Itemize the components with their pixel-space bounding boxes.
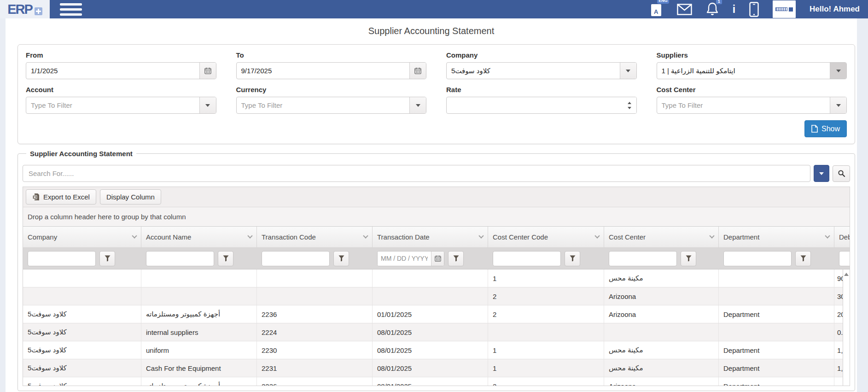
company-select-input[interactable] [447, 63, 620, 79]
chevron-down-icon[interactable] [709, 233, 714, 238]
export-to-excel-button[interactable]: Export to Excel [26, 189, 96, 205]
field-cost-center: Cost Center [657, 79, 847, 114]
table-row[interactable]: كلاود سوفت5internal suppliers222408/01/2… [23, 323, 850, 341]
cell-cost-center: مكينة محس [604, 341, 719, 359]
chip-logo-mark [775, 7, 787, 11]
menu-icon[interactable] [60, 3, 82, 16]
bell-icon [706, 2, 719, 17]
column-filter-button[interactable] [99, 251, 115, 266]
notifications-button[interactable]: 1 [706, 2, 719, 17]
company-dropdown-button[interactable] [620, 63, 636, 79]
from-calendar-button[interactable] [199, 63, 216, 79]
column-filter-button[interactable] [795, 251, 811, 266]
cell-company: كلاود سوفت5 [23, 377, 141, 386]
chevron-down-icon[interactable] [363, 233, 368, 238]
chevron-down-icon [819, 172, 824, 175]
language-icon: A [651, 4, 661, 16]
cell-account-name [141, 287, 257, 305]
filter-funnel-icon [570, 255, 576, 262]
cell-department: Department [719, 377, 834, 386]
filter-input-debit[interactable] [839, 251, 850, 266]
column-header-transaction-code[interactable]: Transaction Code [257, 227, 373, 247]
display-column-button[interactable]: Display Column [100, 189, 161, 205]
to-calendar-button[interactable] [409, 63, 426, 79]
filter-input-account-name[interactable] [146, 251, 214, 266]
search-input[interactable] [23, 165, 810, 182]
suppliers-select-input[interactable] [657, 63, 830, 79]
rate-input[interactable] [447, 97, 623, 113]
table-row[interactable]: 1مكينة محس90 [23, 269, 850, 287]
cell-transaction-date: 01/01/2025 [373, 305, 488, 323]
display-column-label: Display Column [106, 193, 155, 201]
column-filter-button[interactable] [218, 251, 233, 266]
mobile-app-button[interactable] [749, 2, 759, 17]
table-row[interactable]: كلاود سوفت5أجهزة كمبيوتر ومستلزماته22360… [23, 377, 850, 386]
app-logo[interactable]: ERP [0, 0, 50, 18]
filter-input-cost-center-code[interactable] [493, 251, 561, 266]
search-button[interactable] [833, 165, 850, 182]
column-filter-button[interactable] [565, 251, 580, 266]
info-button[interactable]: i [733, 4, 735, 15]
cell-cost-center-code: 1 [488, 341, 604, 359]
cell-transaction-code [257, 287, 373, 305]
scroll-up-icon[interactable] [844, 273, 849, 276]
column-header-department[interactable]: Department [719, 227, 834, 247]
suppliers-dropdown-button[interactable] [830, 63, 846, 79]
logo-plus-icon [35, 7, 42, 15]
filter-cell-cost-center-code [488, 251, 604, 266]
filter-input-company[interactable] [28, 251, 96, 266]
table-row[interactable]: كلاود سوفت5أجهزة كمبيوتر ومستلزماته22360… [23, 305, 850, 323]
column-filter-button[interactable] [681, 251, 696, 266]
export-label: Export to Excel [43, 193, 90, 201]
account-dropdown-button[interactable] [199, 97, 216, 113]
currency-dropdown-button[interactable] [409, 97, 426, 113]
search-icon [838, 170, 845, 177]
table-row[interactable]: كلاود سوفت5uniform223008/01/20251مكينة م… [23, 341, 850, 359]
cell-company: كلاود سوفت5 [23, 341, 141, 359]
chevron-down-icon[interactable] [594, 233, 600, 238]
account-filter-input[interactable] [26, 97, 199, 113]
column-header-cost-center-code[interactable]: Cost Center Code [488, 227, 604, 247]
cell-cost-center: مكينة محس [604, 359, 719, 377]
calendar-icon [204, 67, 211, 74]
filter-input-transaction-code[interactable] [262, 251, 330, 266]
cell-department [719, 323, 834, 341]
messages-button[interactable] [677, 4, 692, 15]
chevron-down-icon [205, 104, 210, 107]
date-filter-calendar-button[interactable] [431, 252, 444, 266]
show-button[interactable]: Show [804, 120, 847, 137]
rate-spinner[interactable] [623, 97, 636, 113]
cell-department: Department [719, 305, 834, 323]
chevron-down-icon[interactable] [825, 233, 830, 238]
column-header-transaction-date[interactable]: Transaction Date [373, 227, 488, 247]
column-header-cost-center[interactable]: Cost Center [604, 227, 719, 247]
filter-input-cost-center[interactable] [609, 251, 677, 266]
table-row[interactable]: كلاود سوفت5Cash For the Equipment223108/… [23, 359, 850, 377]
column-header-account-name[interactable]: Account Name [141, 227, 257, 247]
from-date-input[interactable] [26, 63, 199, 79]
cell-company: كلاود سوفت5 [23, 323, 141, 341]
language-switch-button[interactable]: ENG A [651, 2, 663, 16]
chevron-down-icon[interactable] [478, 233, 484, 238]
cost-center-filter-input[interactable] [657, 97, 830, 113]
to-date-input[interactable] [237, 63, 410, 79]
chip-logo-square [789, 7, 793, 12]
chevron-down-icon [416, 104, 420, 107]
chevron-down-icon[interactable] [132, 233, 137, 238]
column-header-company[interactable]: Company [23, 227, 141, 247]
table-row[interactable]: 2Arizoona30 [23, 287, 850, 305]
column-filter-button[interactable] [448, 251, 464, 266]
phone-icon [749, 2, 759, 17]
date-filter-input[interactable] [378, 252, 431, 266]
filter-cell-account-name [141, 251, 257, 266]
filter-input-department[interactable] [723, 251, 792, 266]
chevron-down-icon[interactable] [247, 233, 252, 238]
cost-center-label: Cost Center [657, 86, 847, 94]
cost-center-dropdown-button[interactable] [830, 97, 846, 113]
search-options-button[interactable] [814, 165, 829, 182]
column-filter-button[interactable] [333, 251, 349, 266]
currency-filter-input[interactable] [237, 97, 410, 113]
filter-funnel-icon [800, 255, 806, 262]
column-header-debit[interactable]: Debit [834, 227, 850, 247]
table-vertical-scrollbar[interactable] [843, 269, 850, 386]
